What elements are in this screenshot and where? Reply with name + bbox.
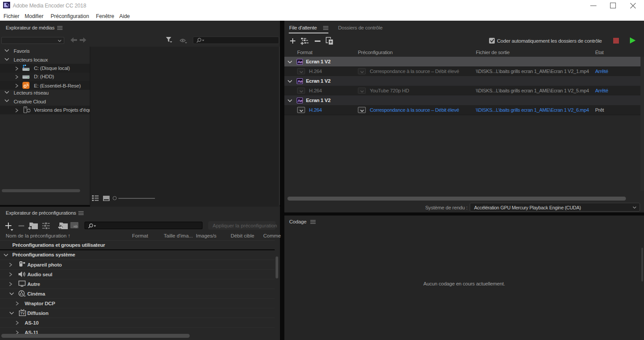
svg-text:TV: TV <box>20 311 25 315</box>
